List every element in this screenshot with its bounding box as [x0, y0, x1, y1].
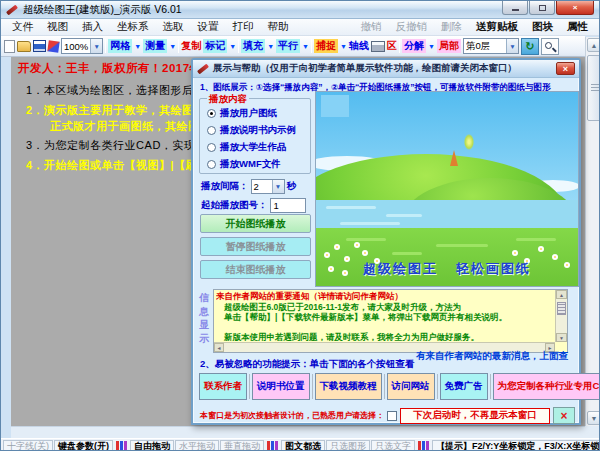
menu-insert[interactable]: 插入	[75, 20, 110, 34]
measure-dropdown-icon[interactable]: ▼	[169, 43, 176, 50]
menu-coordinate[interactable]: 坐标系	[110, 20, 156, 34]
menu-redo[interactable]: 反撤销	[389, 20, 435, 34]
status-select-text[interactable]: 只选文字	[371, 440, 415, 451]
window-title: 超级绘图王(建筑版)_演示版 V6.01	[23, 3, 182, 17]
free-ad-button[interactable]: 免费广告	[440, 373, 488, 400]
grass-patch	[392, 252, 422, 255]
status-hint: 【提示】F2/Y:Y坐标锁定，F3/X:X坐标锁定	[432, 440, 600, 451]
status-free-drag[interactable]: 自由拖动	[130, 440, 174, 451]
status-keyboard-params[interactable]: 键盘参数(开)	[54, 440, 113, 451]
vertical-scrollbar[interactable]: ▲ ▼	[585, 37, 600, 426]
info-line-4: 新版本使用中若遇到问题，请及时联系，我将全力为用户做好服务。	[216, 332, 554, 342]
dismiss-label[interactable]: 下次启动时，不再显示本窗口	[400, 408, 550, 424]
zoom-select[interactable]: 100% ▼	[61, 38, 103, 54]
layer-dropdown-icon[interactable]: ▼	[506, 39, 518, 53]
explode-button[interactable]: 分解	[402, 39, 426, 53]
button-divider	[249, 374, 250, 399]
dialog-close-button[interactable]: ×	[556, 62, 575, 75]
picture-caption: 超级绘图王轻松画图纸	[316, 260, 578, 278]
info-textarea[interactable]: 来自作者网站的重要通知（详情请访问作者网站） 超级绘图王6.0版已于2016-1…	[213, 289, 568, 353]
format-brush-icon[interactable]	[47, 40, 59, 52]
scroll-up-icon[interactable]: ▲	[587, 38, 600, 52]
grid-button[interactable]: 网格	[108, 39, 132, 53]
scroll-down-icon[interactable]: ▼	[587, 411, 600, 425]
start-playback-button[interactable]: 开始图纸播放	[200, 214, 311, 233]
scroll-down-icon[interactable]: ▼	[556, 333, 567, 342]
save-icon[interactable]	[33, 40, 46, 52]
manual-location-button[interactable]: 说明书位置	[252, 373, 310, 400]
visit-website-button[interactable]: 访问网站	[387, 373, 435, 400]
scroll-up-icon[interactable]: ▲	[556, 290, 567, 299]
radio-manual-examples[interactable]: 播放说明书内示例	[207, 124, 296, 137]
toolbar-separator	[311, 39, 312, 53]
menu-properties[interactable]: 属性	[560, 20, 595, 34]
radio-user-drawings[interactable]: 播放用户图纸	[207, 107, 277, 120]
region-label[interactable]: 区	[387, 39, 397, 53]
help-dialog: 展示与帮助（仅用于向初学者简单展示软件功能，绘图前请关闭本窗口） × 1、图纸展…	[191, 58, 581, 425]
status-horizontal-drag[interactable]: 水平拖动	[175, 440, 219, 451]
radio-wmf-files[interactable]: 播放WMF文件	[207, 158, 281, 171]
status-vertical-drag[interactable]: 垂直拖动	[220, 440, 264, 451]
menu-block[interactable]: 图块	[525, 20, 560, 34]
menu-settings[interactable]: 设置	[191, 20, 226, 34]
menu-select[interactable]: 选取	[156, 20, 191, 34]
magnifier-icon	[545, 42, 552, 49]
title-bar: 超级绘图王(建筑版)_演示版 V6.01 ×	[1, 1, 599, 19]
fill-button[interactable]: 填充	[241, 39, 265, 53]
mark-button[interactable]: 标记	[203, 39, 227, 53]
contact-author-button[interactable]: 联系作者	[199, 373, 247, 400]
radio-student-works[interactable]: 播放大学生作品	[207, 141, 287, 154]
fill-dropdown-icon[interactable]: ▼	[267, 43, 274, 50]
maximize-button[interactable]	[529, 1, 555, 15]
layer-value: 第0层	[464, 40, 506, 53]
snap-button[interactable]: 捕捉	[314, 39, 338, 53]
info-scrollbar-vertical[interactable]: ▲ ▼	[555, 290, 567, 342]
stop-playback-button[interactable]: 结束图纸播放	[200, 260, 311, 279]
dismiss-checkbox[interactable]	[387, 411, 397, 421]
mark-dropdown-icon[interactable]: ▼	[229, 43, 236, 50]
snap-dropdown-icon[interactable]: ▼	[340, 43, 347, 50]
measure-button[interactable]: 测量	[143, 39, 167, 53]
close-button[interactable]: ×	[556, 1, 594, 15]
menu-undo[interactable]: 撤销	[354, 20, 389, 34]
interval-dropdown-icon[interactable]: ▼	[272, 180, 284, 193]
new-file-icon[interactable]	[4, 40, 15, 53]
start-number-input[interactable]: 1	[270, 198, 306, 213]
axis-button[interactable]: 轴线	[349, 39, 369, 53]
parallel-dropdown-icon[interactable]: ▼	[302, 43, 309, 50]
horizontal-scrollbar[interactable]	[11, 426, 585, 438]
menu-send-clipboard[interactable]: 送剪贴板	[469, 20, 525, 34]
status-select-graphics[interactable]: 只选图形	[326, 440, 370, 451]
layer-select[interactable]: 第0层 ▼	[463, 38, 519, 54]
menu-delete[interactable]: 删除	[434, 20, 469, 34]
zoom-dropdown-icon[interactable]: ▼	[90, 39, 102, 53]
scrollbar-thumb[interactable]	[557, 302, 566, 315]
scroll-left-icon[interactable]: ◄	[214, 343, 224, 352]
grid-dropdown-icon[interactable]: ▼	[134, 43, 141, 50]
partial-button[interactable]: 局部	[437, 39, 461, 53]
scrollbar-thumb[interactable]	[587, 55, 600, 121]
print-region-icon[interactable]	[371, 41, 385, 52]
radio-icon	[207, 126, 216, 135]
menu-file[interactable]: 文件	[5, 20, 40, 34]
status-crosshair[interactable]: 十字线(关)	[3, 440, 53, 451]
window-controls: ×	[502, 1, 594, 15]
copy-button[interactable]: 复制	[181, 39, 201, 53]
status-select-both[interactable]: 图文都选	[281, 440, 325, 451]
menu-view[interactable]: 视图	[40, 20, 75, 34]
menu-print[interactable]: 打印	[226, 20, 261, 34]
open-folder-icon[interactable]	[17, 41, 31, 52]
rotate-view-button[interactable]: ↻	[521, 38, 539, 55]
custom-cad-button[interactable]: 为您定制各种行业专用CAD!	[493, 373, 600, 400]
explode-dropdown-icon[interactable]: ▼	[428, 43, 435, 50]
parallel-button[interactable]: 平行	[276, 39, 300, 53]
pause-playback-button[interactable]: 暂停图纸播放	[200, 237, 311, 256]
minimize-button[interactable]	[502, 1, 528, 15]
dismiss-close-button[interactable]: ×	[553, 407, 575, 424]
interval-label: 播放间隔：	[201, 180, 249, 193]
download-video-button[interactable]: 下载视频教程	[315, 373, 382, 400]
playback-interval-select[interactable]: 2 ▼	[251, 179, 285, 194]
water-streak	[326, 206, 376, 209]
print-preview-button[interactable]	[541, 38, 559, 55]
menu-help[interactable]: 帮助	[261, 20, 296, 34]
